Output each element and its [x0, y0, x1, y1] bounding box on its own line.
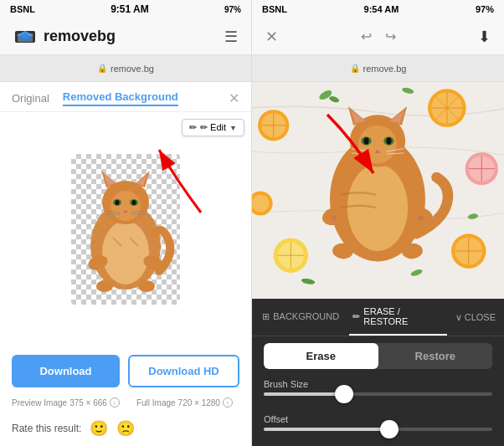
right-carrier: BSNL [262, 4, 287, 14]
right-status-icons: 97% [476, 4, 494, 14]
svg-point-24 [138, 280, 155, 292]
edit-pencil-icon: ✏ [189, 122, 197, 133]
tab-removed-background[interactable]: Removed Background [63, 90, 178, 106]
bottom-toolbar: ⊞ BACKGROUND ✏ ERASE / RESTORE ∨ CLOSE E… [252, 299, 504, 446]
image-info: Preview Image 375 × 666 i Full Image 720… [0, 396, 251, 414]
edit-button[interactable]: ✏ ✏ Edit ▼ [182, 119, 244, 136]
right-time: 9:54 AM [364, 4, 399, 14]
tabs-row: Original Removed Background ✕ [0, 82, 251, 112]
brush-size-thumb[interactable] [335, 385, 353, 403]
brush-size-track[interactable] [264, 392, 492, 396]
rating-label: Rate this result: [12, 423, 81, 434]
close-tool-button[interactable]: ∨ CLOSE [447, 299, 504, 336]
right-url-bar: 🔒 remove.bg [252, 55, 504, 82]
right-battery-icon: 97% [476, 4, 494, 14]
edit-label: ✏ Edit [200, 122, 226, 133]
erase-restore-row: Erase Restore [264, 343, 492, 369]
cat-image-container [71, 154, 180, 305]
right-image-area [252, 82, 504, 299]
svg-point-14 [116, 200, 120, 205]
tab-background-label: BACKGROUND [273, 311, 339, 321]
redo-icon[interactable]: ↪ [385, 28, 396, 44]
offset-fill [264, 428, 389, 431]
full-info-icon[interactable]: i [223, 397, 233, 408]
tab-erase-label: ERASE / RESTORE [363, 306, 443, 326]
tool-tabs: ⊞ BACKGROUND ✏ ERASE / RESTORE ∨ CLOSE [252, 299, 504, 336]
close-tool-label: CLOSE [465, 312, 496, 322]
brush-size-slider-row: Brush Size [252, 376, 504, 411]
right-lock-icon: 🔒 [350, 64, 360, 73]
svg-point-60 [347, 164, 409, 251]
battery-icon: 97% [224, 5, 241, 14]
left-nav-bar: removebg ☰ [0, 18, 251, 55]
layers-icon: ⊞ [262, 311, 270, 322]
left-url: remove.bg [111, 64, 154, 74]
brush-size-label: Brush Size [264, 379, 492, 389]
preview-size: 375 × 666 [69, 398, 107, 408]
erase-button[interactable]: Erase [264, 343, 378, 369]
svg-point-23 [96, 280, 113, 292]
svg-point-7 [111, 191, 141, 221]
logo-text: removebg [44, 28, 116, 45]
right-status-bar: BSNL 9:54 AM 97% [252, 0, 504, 18]
close-editor-button[interactable]: ✕ [265, 28, 278, 46]
right-nav-bar: ✕ ↩ ↪ ⬇ [252, 18, 504, 55]
offset-track[interactable] [264, 428, 492, 431]
left-status-bar: BSNL 9:51 AM 97% [0, 0, 251, 18]
offset-slider-row: Offset [252, 411, 504, 446]
tab-original[interactable]: Original [12, 92, 49, 105]
nav-icons: ↩ ↪ [361, 28, 396, 44]
right-panel: BSNL 9:54 AM 97% ✕ ↩ ↪ ⬇ 🔒 remove.bg [252, 0, 504, 446]
offset-thumb[interactable] [380, 420, 399, 438]
close-tab-button[interactable]: ✕ [229, 90, 239, 106]
pencil-icon: ✏ [352, 311, 360, 322]
preview-label: Preview Image [12, 398, 67, 408]
image-area: ✏ ✏ Edit ▼ [0, 112, 251, 346]
full-label: Full Image [136, 398, 176, 408]
full-size: 720 × 1280 [178, 398, 220, 408]
edit-dropdown-arrow: ▼ [229, 124, 237, 132]
tab-erase-restore[interactable]: ✏ ERASE / RESTORE [349, 299, 446, 336]
svg-point-70 [386, 137, 391, 144]
editor-image [252, 82, 504, 299]
left-status-icons: 97% [224, 5, 241, 14]
chevron-down-icon: ∨ [455, 312, 462, 323]
action-buttons: Download Download HD [0, 346, 251, 396]
svg-point-5 [102, 221, 149, 285]
tab-background[interactable]: ⊞ BACKGROUND [252, 299, 349, 336]
left-time: 9:51 AM [111, 3, 149, 15]
logo-area: removebg [13, 28, 116, 46]
download-hd-button[interactable]: Download HD [128, 355, 239, 387]
svg-point-15 [132, 200, 136, 205]
left-carrier: BSNL [10, 4, 35, 14]
happy-emoji[interactable]: 🙂 [90, 419, 108, 438]
right-url: remove.bg [363, 64, 407, 74]
download-button[interactable]: Download [12, 355, 120, 387]
lock-icon: 🔒 [97, 64, 107, 73]
preview-info-icon[interactable]: i [110, 397, 120, 408]
restore-button[interactable]: Restore [378, 343, 493, 369]
logo-icon [13, 28, 37, 46]
download-icon[interactable]: ⬇ [478, 28, 491, 46]
svg-point-69 [363, 137, 368, 144]
svg-point-52 [252, 195, 269, 213]
full-info: Full Image 720 × 1280 i [136, 397, 233, 408]
preview-info: Preview Image 375 × 666 i [12, 397, 120, 408]
offset-label: Offset [264, 414, 492, 424]
left-url-bar: 🔒 remove.bg [0, 55, 251, 82]
hamburger-menu[interactable]: ☰ [224, 28, 238, 46]
sad-emoji[interactable]: 🙁 [116, 419, 135, 438]
brush-size-fill [264, 392, 344, 396]
svg-point-76 [332, 216, 337, 221]
cat-image [71, 154, 180, 305]
undo-icon[interactable]: ↩ [361, 28, 372, 44]
left-panel: BSNL 9:51 AM 97% removebg ☰ 🔒 remove.bg … [0, 0, 252, 446]
rating-row: Rate this result: 🙂 🙁 [0, 414, 251, 446]
svg-point-77 [419, 216, 424, 221]
